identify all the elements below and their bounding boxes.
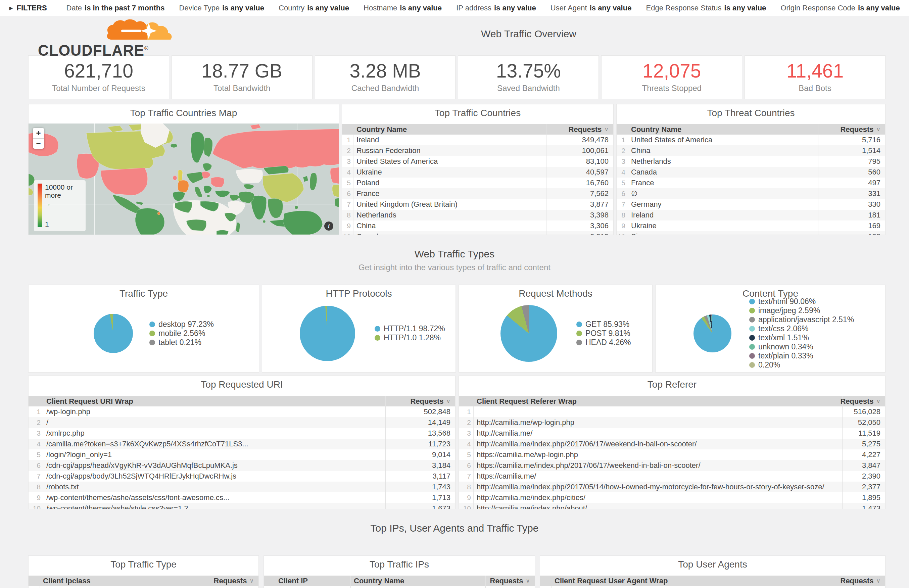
legend-label: text/html 90.06% (758, 297, 816, 306)
filter-item[interactable]: Dateis in the past 7 months (66, 4, 165, 12)
legend-color-dot (749, 308, 755, 313)
table-row: 10 /wp-content/themes/ashe/style.css?ver… (29, 503, 455, 509)
sort-desc-icon: ∨ (250, 577, 254, 584)
filter-condition: is any value (307, 4, 349, 12)
column-requests-sort[interactable]: Requests∨ (385, 396, 455, 406)
row-rank: 8 (459, 481, 474, 492)
traffic-type-pie-chart[interactable] (94, 314, 133, 353)
table-row: 10 http://camilia.me/index.php/about/ 1,… (459, 503, 885, 509)
top-referer-title: Top Referer (459, 376, 885, 391)
table-row: 10 Canada 2,315 (342, 231, 613, 235)
filter-condition: is any value (494, 4, 536, 12)
table-row: 1 United States of America 5,716 (617, 134, 885, 145)
column-country-name[interactable]: Country Name (628, 125, 818, 134)
row-requests: 13,568 (385, 428, 455, 439)
kpi-label: Threats Stopped (602, 84, 742, 93)
caret-right-icon: ▸ (10, 4, 13, 12)
row-country: Ireland (628, 211, 818, 220)
world-map[interactable]: + − 10000 or more 1 i (29, 123, 339, 234)
request-methods-pie-chart[interactable] (501, 305, 557, 362)
column-country-name[interactable]: Country Name (350, 575, 485, 586)
row-rank: 6 (342, 188, 354, 199)
map-zoom-control: + − (33, 128, 44, 149)
kpi-label: Saved Bandwidth (458, 84, 599, 93)
page-title: Web Traffic Overview (481, 28, 576, 40)
column-uri[interactable]: Client Request URI Wrap (43, 397, 385, 406)
kpi-label: Bad Bots (745, 84, 885, 93)
column-requests-sort[interactable]: Requests∨ (818, 124, 885, 134)
row-requests: 502,848 (385, 406, 455, 417)
info-icon[interactable]: i (324, 221, 333, 231)
column-referer[interactable]: Client Request Referer Wrap (474, 397, 842, 406)
row-referer: http://camilia.me/index.php/about/ (474, 504, 842, 509)
row-referer: https://camilia.me/ (474, 472, 842, 481)
table-row: 6 https://camilia.me/index.php/2017/06/1… (459, 460, 885, 471)
content-type-pie-chart[interactable] (694, 315, 731, 352)
row-rank: 2 (29, 417, 43, 428)
kpi-card: 621,710 Total Number of Requests (28, 55, 169, 99)
content-type-card: Content Type text/html 90.06% image/jpeg… (655, 284, 885, 373)
column-requests-sort[interactable]: Requests∨ (168, 575, 258, 586)
filter-item[interactable]: Device Typeis any value (179, 4, 264, 12)
column-country-name[interactable]: Country Name (354, 125, 546, 134)
table-row: 3 United States of America 83,100 (342, 156, 613, 167)
table-row: 3 /xmlrpc.php 13,568 (29, 428, 455, 439)
row-rank: 5 (342, 178, 354, 188)
legend-color-dot (375, 326, 380, 331)
table-row: 7 /cdn-cgi/apps/body/3Lh52SjWTQ4HRlErJyk… (29, 471, 455, 481)
column-client-ip[interactable]: Client IP (275, 577, 350, 585)
legend-item: application/javascript 2.51% (749, 315, 854, 324)
filter-item[interactable]: Hostnameis any value (363, 4, 442, 12)
column-user-agent[interactable]: Client Request User Agent Wrap (552, 577, 843, 585)
legend-label: text/plain 0.33% (758, 351, 813, 360)
filters-toggle[interactable]: ▸ FILTERS (10, 4, 47, 13)
table-row: 1 185.234.218.33 Ireland 96,945 (264, 586, 535, 588)
row-country: France (354, 189, 546, 198)
legend-item: text/css 2.06% (749, 324, 854, 333)
table-row: 8 Ireland 181 (617, 210, 885, 221)
pie-title: Request Methods (459, 285, 652, 300)
row-rank: 5 (617, 178, 628, 188)
row-rank: 5 (29, 449, 43, 460)
map-legend-max-label: 10000 or more (45, 183, 86, 199)
table-row: 9 /wp-content/themes/ashe/assets/css/fon… (29, 492, 455, 503)
row-requests: 158 (818, 231, 885, 235)
legend-item: tablet 0.21% (149, 338, 214, 347)
column-ipclass[interactable]: Client Ipclass (40, 577, 168, 585)
zoom-out-button[interactable]: − (33, 138, 44, 149)
http-protocols-pie-chart[interactable] (300, 306, 355, 361)
top-traffic-type-body: 1 noRecord 568,088 (29, 586, 258, 588)
row-rank: 1 (29, 406, 43, 417)
filter-condition: is any value (590, 4, 632, 12)
row-requests: 1,514 (818, 145, 885, 156)
kpi-card: 3.28 MB Cached Bandwidth (315, 55, 456, 99)
request-methods-card: Request Methods GET 85.93% POST 9.81% (459, 284, 652, 373)
sort-desc-icon: ∨ (877, 126, 880, 133)
filter-item[interactable]: Origin Response Codeis any value (780, 4, 899, 12)
row-rank: 7 (29, 471, 43, 481)
filter-item[interactable]: User Agentis any value (551, 4, 632, 12)
legend-color-dot (149, 340, 155, 345)
table-row: 1 Mozilla/5.0 (Windows NT 6.1; WOW64; rv… (540, 586, 885, 588)
table-header: Client IP Country Name Requests∨ (264, 575, 535, 586)
filter-item[interactable]: IP addressis any value (456, 4, 536, 12)
column-requests-sort[interactable]: Requests∨ (842, 396, 885, 406)
top-referer-card: Top Referer Client Request Referer Wrap … (459, 376, 885, 509)
row-requests: 330 (818, 199, 885, 210)
column-requests-sort[interactable]: Requests∨ (843, 575, 885, 586)
legend-label: desktop 97.23% (158, 320, 214, 329)
legend-item: mobile 2.56% (149, 329, 214, 338)
sort-desc-icon: ∨ (877, 398, 880, 405)
legend-label: text/xml 1.51% (758, 333, 809, 342)
column-requests-sort[interactable]: Requests∨ (546, 124, 613, 134)
filter-condition: is any value (724, 4, 766, 12)
zoom-in-button[interactable]: + (33, 128, 44, 138)
row-requests: 3,306 (546, 221, 613, 231)
row-uri: / (43, 418, 385, 427)
filter-item[interactable]: Countryis any value (279, 4, 349, 12)
map-legend-min-label: 1 (45, 220, 49, 228)
filter-item[interactable]: Edge Response Statusis any value (646, 4, 766, 12)
filter-condition: is any value (400, 4, 442, 12)
column-requests-sort[interactable]: Requests∨ (485, 575, 535, 586)
cloudflare-cloud-icon (106, 19, 173, 40)
